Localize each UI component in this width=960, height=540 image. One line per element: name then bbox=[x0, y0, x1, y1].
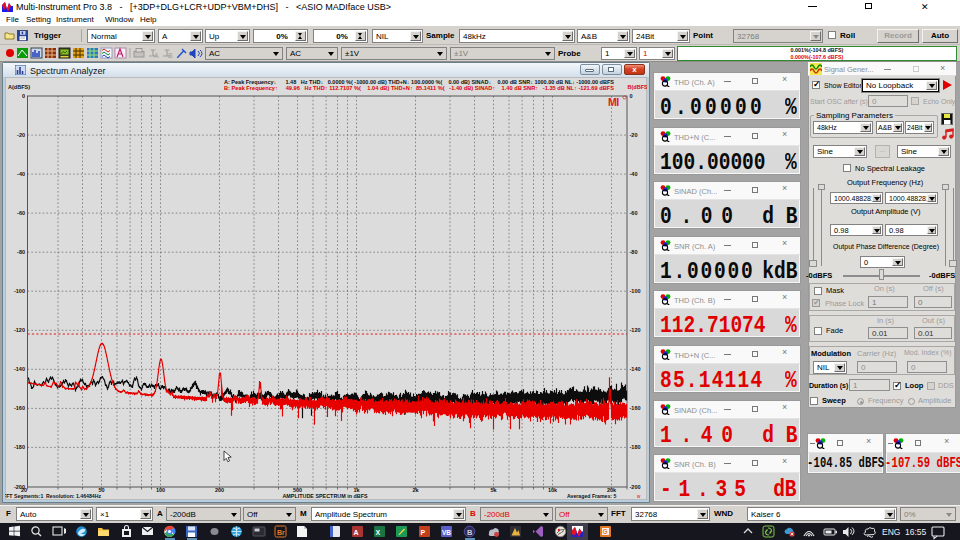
svg-text:-60: -60 bbox=[630, 210, 638, 216]
svg-text:Averaged Frames: 5: Averaged Frames: 5 bbox=[567, 493, 617, 499]
svg-text:B(dBFS): B(dBFS) bbox=[628, 84, 648, 90]
svg-text:-120: -120 bbox=[14, 327, 25, 333]
svg-text:10k: 10k bbox=[548, 487, 558, 493]
svg-text:-180: -180 bbox=[630, 444, 641, 450]
svg-text:B: B bbox=[467, 528, 473, 537]
svg-text:-40: -40 bbox=[17, 171, 25, 177]
svg-text:VB: VB bbox=[442, 529, 451, 536]
svg-text:-120: -120 bbox=[630, 327, 641, 333]
svg-text:MI: MI bbox=[608, 96, 619, 108]
svg-text:FFT Segments:1: FFT Segments:1 bbox=[5, 493, 43, 499]
svg-text:-140: -140 bbox=[630, 366, 641, 372]
svg-text:B: B bbox=[168, 52, 173, 59]
svg-text:5k: 5k bbox=[490, 487, 497, 493]
svg-text:A: A bbox=[154, 52, 159, 59]
svg-text:A: A bbox=[354, 529, 359, 536]
svg-text:G: G bbox=[603, 528, 608, 535]
svg-text:-200: -200 bbox=[630, 484, 641, 490]
svg-text:0: 0 bbox=[22, 93, 25, 99]
svg-text:-80: -80 bbox=[17, 249, 25, 255]
svg-text:-20: -20 bbox=[630, 132, 638, 138]
svg-text:AMPLITUDE SPECTRUM in dBFS: AMPLITUDE SPECTRUM in dBFS bbox=[282, 493, 367, 499]
svg-text:Resolution: 1.46484Hz: Resolution: 1.46484Hz bbox=[46, 493, 101, 499]
svg-text:0: 0 bbox=[630, 93, 633, 99]
svg-text:-20: -20 bbox=[17, 132, 25, 138]
svg-text:-100: -100 bbox=[14, 288, 25, 294]
svg-text:-40: -40 bbox=[630, 171, 638, 177]
svg-text:-180: -180 bbox=[14, 444, 25, 450]
svg-text:-80: -80 bbox=[630, 249, 638, 255]
svg-text:16:55: 16:55 bbox=[905, 527, 927, 537]
svg-text:-60: -60 bbox=[17, 210, 25, 216]
svg-text:-100: -100 bbox=[630, 288, 641, 294]
svg-text:-140: -140 bbox=[14, 366, 25, 372]
svg-text:-160: -160 bbox=[630, 405, 641, 411]
svg-text:-160: -160 bbox=[14, 405, 25, 411]
svg-text:X: X bbox=[376, 529, 381, 536]
svg-text:ENG: ENG bbox=[882, 527, 900, 537]
svg-text:B: Peak Frequency↑ 49.96: B: Peak Frequency↑ 49.96 Hz THD↑ 112.710… bbox=[224, 85, 615, 91]
svg-text:2k: 2k bbox=[412, 487, 419, 493]
svg-text:A(dBFS): A(dBFS) bbox=[8, 84, 30, 90]
svg-text:Br: Br bbox=[277, 529, 285, 536]
svg-text:P: P bbox=[421, 529, 426, 536]
